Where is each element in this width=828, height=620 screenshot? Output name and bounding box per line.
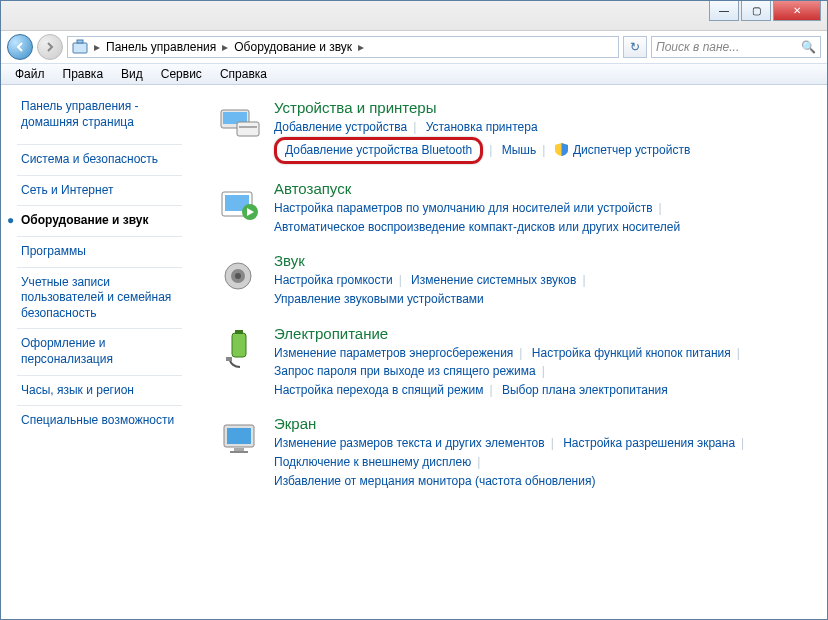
sidebar-item-network[interactable]: Сеть и Интернет: [21, 179, 208, 203]
link-autoplay-cd[interactable]: Автоматическое воспроизведение компакт-д…: [274, 220, 680, 234]
sidebar-divider: [17, 328, 182, 329]
link-sleep[interactable]: Настройка перехода в спящий режим: [274, 383, 483, 397]
category-title-devices[interactable]: Устройства и принтеры: [274, 99, 817, 116]
svg-rect-17: [234, 448, 244, 451]
svg-rect-18: [230, 451, 248, 453]
window-titlebar: — ▢ ✕: [1, 1, 827, 31]
category-title-sound[interactable]: Звук: [274, 252, 817, 269]
sidebar-divider: [17, 144, 182, 145]
shield-icon: [555, 143, 568, 156]
sidebar-item-system[interactable]: Система и безопасность: [21, 148, 208, 172]
close-icon: ✕: [793, 5, 801, 16]
category-title-display[interactable]: Экран: [274, 415, 817, 432]
menu-bar: Файл Правка Вид Сервис Справка: [1, 63, 827, 85]
forward-button[interactable]: [37, 34, 63, 60]
controlpanel-icon: [72, 39, 88, 55]
sidebar-item-users[interactable]: Учетные записи пользователей и семейная …: [21, 271, 208, 326]
maximize-icon: ▢: [752, 5, 761, 16]
refresh-button[interactable]: ↻: [623, 36, 647, 58]
menu-view[interactable]: Вид: [113, 65, 151, 83]
address-box[interactable]: ▸ Панель управления▸ Оборудование и звук…: [67, 36, 619, 58]
sidebar-divider: [17, 405, 182, 406]
svg-rect-1: [77, 40, 83, 43]
breadcrumb-controlpanel[interactable]: Панель управления▸: [106, 40, 228, 54]
arrow-right-icon: [44, 41, 56, 53]
back-button[interactable]: [7, 34, 33, 60]
search-placeholder: Поиск в пане...: [656, 40, 739, 54]
link-resolution[interactable]: Настройка разрешения экрана: [563, 436, 735, 450]
category-autoplay: Автозапуск Настройка параметров по умолч…: [216, 180, 817, 236]
sidebar-divider: [17, 375, 182, 376]
sidebar-divider: [17, 175, 182, 176]
link-external-display[interactable]: Подключение к внешнему дисплею: [274, 455, 471, 469]
body: Панель управления - домашняя страница Си…: [1, 85, 827, 619]
link-autoplay-defaults[interactable]: Настройка параметров по умолчанию для но…: [274, 201, 653, 215]
svg-rect-13: [235, 330, 243, 334]
category-title-autoplay[interactable]: Автозапуск: [274, 180, 817, 197]
menu-help[interactable]: Справка: [212, 65, 275, 83]
category-display: Экран Изменение размеров текста и других…: [216, 415, 817, 490]
refresh-icon: ↻: [630, 40, 640, 54]
link-mouse[interactable]: Мышь: [502, 143, 537, 157]
link-audio-devices[interactable]: Управление звуковыми устройствами: [274, 292, 484, 306]
close-button[interactable]: ✕: [773, 1, 821, 21]
search-input[interactable]: Поиск в пане... 🔍: [651, 36, 821, 58]
devices-icon: [216, 103, 264, 143]
svg-rect-14: [226, 357, 232, 361]
power-icon: [216, 329, 264, 369]
sidebar-item-programs[interactable]: Программы: [21, 240, 208, 264]
breadcrumb-hardware[interactable]: Оборудование и звук▸: [234, 40, 364, 54]
link-device-manager[interactable]: Диспетчер устройств: [573, 143, 690, 157]
menu-service[interactable]: Сервис: [153, 65, 210, 83]
autoplay-icon: [216, 184, 264, 224]
breadcrumb-arrow[interactable]: ▸: [94, 40, 100, 54]
svg-rect-4: [237, 122, 259, 136]
sidebar-item-access[interactable]: Специальные возможности: [21, 409, 208, 433]
category-sound: Звук Настройка громкости| Изменение сист…: [216, 252, 817, 308]
link-power-save[interactable]: Изменение параметров энергосбережения: [274, 346, 513, 360]
link-wake-password[interactable]: Запрос пароля при выходе из спящего режи…: [274, 364, 536, 378]
sidebar-item-appearance[interactable]: Оформление и персонализация: [21, 332, 208, 371]
sidebar: Панель управления - домашняя страница Си…: [1, 85, 216, 619]
link-text-size[interactable]: Изменение размеров текста и других элеме…: [274, 436, 545, 450]
menu-edit[interactable]: Правка: [55, 65, 112, 83]
link-power-buttons[interactable]: Настройка функций кнопок питания: [532, 346, 731, 360]
search-icon: 🔍: [801, 40, 816, 54]
link-volume[interactable]: Настройка громкости: [274, 273, 393, 287]
link-refresh-rate[interactable]: Избавление от мерцания монитора (частота…: [274, 474, 595, 488]
svg-rect-16: [227, 428, 251, 444]
link-add-printer[interactable]: Установка принтера: [426, 120, 538, 134]
display-icon: [216, 419, 264, 459]
arrow-left-icon: [14, 41, 26, 53]
link-add-device[interactable]: Добавление устройства: [274, 120, 407, 134]
menu-file[interactable]: Файл: [7, 65, 53, 83]
content: Устройства и принтеры Добавление устройс…: [216, 85, 827, 619]
sidebar-home[interactable]: Панель управления - домашняя страница: [21, 95, 208, 134]
link-add-bluetooth[interactable]: Добавление устройства Bluetooth: [285, 143, 472, 157]
svg-rect-12: [232, 333, 246, 357]
svg-rect-5: [239, 126, 257, 128]
sound-icon: [216, 256, 264, 296]
sidebar-divider: [17, 267, 182, 268]
category-title-power[interactable]: Электропитание: [274, 325, 817, 342]
sidebar-item-clock[interactable]: Часы, язык и регион: [21, 379, 208, 403]
sidebar-divider: [17, 205, 182, 206]
minimize-button[interactable]: —: [709, 1, 739, 21]
address-bar: ▸ Панель управления▸ Оборудование и звук…: [1, 31, 827, 63]
link-power-plan[interactable]: Выбор плана электропитания: [502, 383, 668, 397]
link-system-sounds[interactable]: Изменение системных звуков: [411, 273, 576, 287]
category-power: Электропитание Изменение параметров энер…: [216, 325, 817, 400]
sidebar-divider: [17, 236, 182, 237]
sidebar-item-hardware[interactable]: Оборудование и звук: [21, 209, 208, 233]
highlight-annotation: Добавление устройства Bluetooth: [274, 137, 483, 165]
category-devices: Устройства и принтеры Добавление устройс…: [216, 99, 817, 164]
svg-point-11: [235, 273, 241, 279]
svg-rect-0: [73, 43, 87, 53]
minimize-icon: —: [719, 5, 729, 16]
maximize-button[interactable]: ▢: [741, 1, 771, 21]
